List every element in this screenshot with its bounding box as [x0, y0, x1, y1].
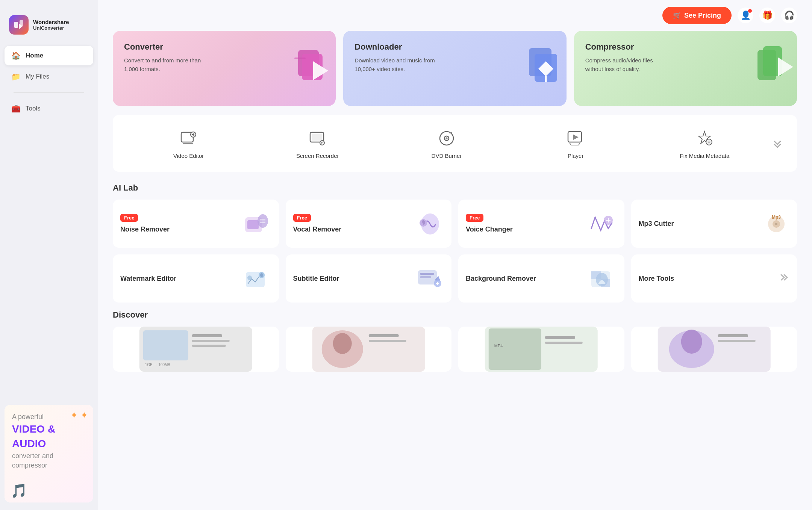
mp3-cutter-icon: Mp3: [759, 209, 789, 239]
tools-icon: 🧰: [11, 104, 20, 113]
sidebar-label-my-files: My Files: [26, 73, 49, 80]
svg-rect-76: [368, 340, 406, 342]
banner-icon: 🎵: [11, 483, 27, 499]
svg-rect-38: [247, 220, 259, 229]
svg-rect-21: [312, 134, 322, 141]
compressor-icon: [752, 42, 797, 102]
svg-rect-78: [489, 328, 541, 370]
ai-watermark-editor-card[interactable]: Watermark Editor: [113, 254, 279, 303]
tool-player[interactable]: Player: [511, 123, 640, 164]
see-pricing-button[interactable]: 🛒 See Pricing: [662, 7, 732, 24]
banner-highlight2: AUDIO: [12, 436, 86, 451]
sidebar-divider: [14, 92, 84, 93]
compressor-card[interactable]: Compressor Compress audio/video files wi…: [574, 31, 797, 106]
pricing-label: See Pricing: [684, 12, 721, 20]
logo-product: UniConverter: [33, 25, 69, 31]
svg-point-74: [333, 333, 351, 354]
svg-rect-70: [192, 345, 226, 347]
converter-desc: Convert to and from more than 1,000 form…: [124, 56, 207, 73]
ai-voice-changer-card[interactable]: Free Voice Changer: [458, 200, 624, 248]
more-tools-arrow-icon: [778, 272, 789, 285]
voice-changer-info: Free Voice Changer: [466, 214, 513, 233]
discover-card-1[interactable]: 1GB → 100MB: [113, 327, 279, 372]
watermark-editor-info: Watermark Editor: [120, 275, 176, 283]
svg-rect-6: [294, 58, 306, 59]
pricing-cart-icon: 🛒: [673, 11, 681, 20]
svg-point-54: [260, 273, 263, 277]
ai-vocal-remover-card[interactable]: Free Vocal Remover: [286, 200, 452, 248]
svg-line-30: [579, 143, 580, 145]
discover-section: Discover 1GB → 100MB: [113, 310, 797, 372]
files-icon: 📁: [11, 72, 20, 81]
sidebar-navigation: 🏠 Home 📁 My Files 🧰 Tools: [0, 46, 98, 118]
tool-dvd-burner[interactable]: DVD Burner: [382, 123, 511, 164]
sidebar-item-tools[interactable]: 🧰 Tools: [5, 99, 93, 118]
player-icon: [565, 128, 586, 149]
discover-card-4[interactable]: [631, 327, 797, 372]
discover-cards-grid: 1GB → 100MB: [113, 327, 797, 372]
feature-cards-grid: Converter Convert to and from more than …: [113, 31, 797, 106]
fix-media-metadata-label: Fix Media Metadata: [680, 153, 730, 159]
noise-remover-title: Noise Remover: [120, 225, 170, 233]
sidebar-item-home[interactable]: 🏠 Home: [5, 46, 93, 65]
main-content: 🛒 See Pricing 👤 🎁 🎧 Converter Convert to…: [98, 0, 812, 510]
noise-remover-badge: Free: [120, 214, 138, 222]
downloader-icon: [521, 42, 567, 102]
downloader-card[interactable]: Downloader Download video and music from…: [343, 31, 566, 106]
svg-point-65: [596, 273, 608, 286]
voice-changer-badge: Free: [466, 214, 483, 222]
svg-line-29: [570, 143, 571, 145]
banner-highlight1: VIDEO &: [12, 422, 86, 436]
ai-more-tools-card[interactable]: More Tools: [631, 254, 797, 303]
subtitle-editor-icon: [414, 263, 444, 294]
vocal-remover-icon: [414, 209, 444, 239]
user-icon-button[interactable]: 👤: [738, 8, 753, 23]
notification-badge: [748, 9, 752, 13]
gift-icon-button[interactable]: 🎁: [759, 8, 775, 23]
vocal-remover-badge: Free: [293, 214, 311, 222]
logo-text: Wondershare UniConverter: [33, 19, 69, 31]
tool-fix-media-metadata[interactable]: Fix Media Metadata: [640, 123, 769, 164]
ai-mp3-cutter-card[interactable]: Mp3 Cutter Mp3: [631, 200, 797, 248]
vocal-remover-info: Free Vocal Remover: [293, 214, 342, 233]
svg-rect-69: [192, 340, 230, 342]
gift-icon: 🎁: [762, 11, 773, 20]
dvd-burner-label: DVD Burner: [432, 153, 462, 159]
svg-point-26: [446, 138, 448, 139]
discover-card-2[interactable]: [286, 327, 452, 372]
compressor-desc: Compress audio/video files without loss …: [585, 56, 668, 73]
banner-line2: converter and: [12, 451, 86, 461]
banner-line3: compressor: [12, 461, 86, 470]
banner-content: A powerful VIDEO & AUDIO converter and c…: [12, 412, 86, 470]
converter-card[interactable]: Converter Convert to and from more than …: [113, 31, 336, 106]
headset-icon-button[interactable]: 🎧: [781, 8, 797, 23]
subtitle-editor-info: Subtitle Editor: [293, 275, 339, 283]
more-tools-title: More Tools: [639, 275, 674, 283]
sidebar-item-my-files[interactable]: 📁 My Files: [5, 67, 93, 86]
video-editor-label: Video Editor: [173, 153, 204, 159]
ai-background-remover-card[interactable]: Background Remover: [458, 254, 624, 303]
svg-text:Mp3: Mp3: [772, 215, 781, 220]
svg-rect-80: [545, 336, 575, 339]
tool-video-editor[interactable]: Video Editor: [124, 123, 253, 164]
background-remover-info: Background Remover: [466, 275, 536, 283]
subtitle-editor-title: Subtitle Editor: [293, 275, 339, 283]
svg-rect-85: [718, 334, 748, 337]
sidebar: Wondershare UniConverter 🏠 Home 📁 My Fil…: [0, 0, 98, 510]
discover-card-3[interactable]: MP4: [458, 327, 624, 372]
ai-noise-remover-card[interactable]: Free Noise Remover: [113, 200, 279, 248]
converter-icon: [291, 42, 336, 102]
svg-text:MP4: MP4: [494, 344, 503, 348]
ai-subtitle-editor-card[interactable]: Subtitle Editor: [286, 254, 452, 303]
tool-screen-recorder[interactable]: Screen Recorder: [253, 123, 382, 164]
tools-more-arrow[interactable]: [769, 135, 786, 152]
headset-icon: 🎧: [784, 11, 794, 20]
screen-recorder-label: Screen Recorder: [296, 153, 339, 159]
home-icon: 🏠: [11, 51, 20, 60]
noise-remover-icon: [241, 209, 271, 239]
background-remover-icon: [587, 263, 617, 294]
svg-rect-0: [14, 22, 18, 28]
sidebar-label-tools: Tools: [26, 105, 41, 112]
fix-media-metadata-icon: [694, 128, 715, 149]
svg-rect-19: [183, 143, 193, 144]
